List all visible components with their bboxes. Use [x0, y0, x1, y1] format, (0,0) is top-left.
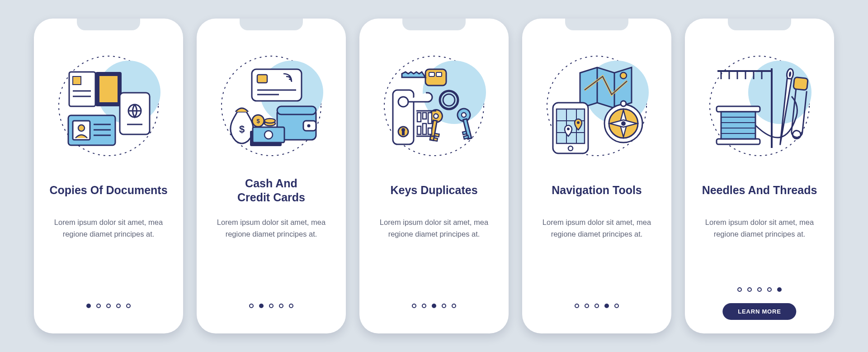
screen-body: Lorem ipsum dolor sit amet, mea regione …	[532, 217, 661, 240]
dot-2[interactable]	[585, 304, 589, 308]
dot-5[interactable]	[777, 287, 782, 292]
dot-1[interactable]	[575, 304, 579, 308]
dot-5[interactable]	[614, 304, 619, 308]
screen-title: Navigation Tools	[550, 176, 644, 205]
dot-1[interactable]	[737, 287, 742, 292]
screen-title: Needles And Threads	[700, 176, 819, 205]
screen-title: Keys Duplicates	[388, 176, 479, 205]
phone-notch	[402, 19, 466, 30]
dot-5[interactable]	[126, 304, 131, 308]
dot-2[interactable]	[422, 304, 426, 308]
dot-1[interactable]	[86, 304, 91, 308]
screen-body: Lorem ipsum dolor sit amet, mea regione …	[207, 217, 336, 240]
dot-3[interactable]	[432, 304, 436, 308]
dot-3[interactable]	[757, 287, 762, 292]
phone-notch	[728, 19, 791, 30]
pagination-dots	[197, 304, 346, 308]
phone-notch	[77, 19, 140, 30]
screen-body: Lorem ipsum dolor sit amet, mea regione …	[695, 217, 824, 240]
dot-4[interactable]	[279, 304, 283, 308]
dot-2[interactable]	[259, 304, 264, 308]
dot-3[interactable]	[269, 304, 274, 308]
pagination-dots	[34, 304, 183, 308]
screen-sewing: Needles And Threads Lorem ipsum dolor si…	[685, 19, 834, 333]
onboarding-carousel: Copies Of Documents Lorem ipsum dolor si…	[20, 5, 848, 347]
learn-more-button[interactable]: LEARN MORE	[722, 303, 796, 320]
screen-cash: Cash And Credit Cards Lorem ipsum dolor …	[197, 19, 346, 333]
pagination-dots	[359, 304, 509, 308]
cash-credit-icon	[215, 49, 328, 162]
navigation-icon	[540, 49, 653, 162]
dot-5[interactable]	[452, 304, 456, 308]
screen-navigation: Navigation Tools Lorem ipsum dolor sit a…	[522, 19, 671, 333]
screen-title: Cash And Credit Cards	[236, 176, 307, 205]
dot-1[interactable]	[249, 304, 254, 308]
dot-4[interactable]	[116, 304, 121, 308]
needles-threads-icon	[703, 49, 816, 162]
dot-4[interactable]	[442, 304, 446, 308]
dot-4[interactable]	[604, 304, 609, 308]
screen-keys: Keys Duplicates Lorem ipsum dolor sit am…	[359, 19, 509, 333]
dot-5[interactable]	[289, 304, 293, 308]
screen-body: Lorem ipsum dolor sit amet, mea regione …	[44, 217, 173, 240]
phone-notch	[240, 19, 303, 30]
phone-notch	[565, 19, 628, 30]
documents-icon	[52, 49, 165, 162]
dot-1[interactable]	[412, 304, 416, 308]
screen-title: Copies Of Documents	[47, 176, 169, 205]
dot-3[interactable]	[106, 304, 111, 308]
screen-body: Lorem ipsum dolor sit amet, mea regione …	[369, 217, 499, 240]
dot-2[interactable]	[747, 287, 752, 292]
pagination-dots	[685, 287, 834, 292]
pagination-dots	[522, 304, 671, 308]
dot-4[interactable]	[767, 287, 772, 292]
keys-icon	[377, 49, 491, 162]
screen-documents: Copies Of Documents Lorem ipsum dolor si…	[34, 19, 183, 333]
dot-2[interactable]	[96, 304, 101, 308]
dot-3[interactable]	[594, 304, 599, 308]
